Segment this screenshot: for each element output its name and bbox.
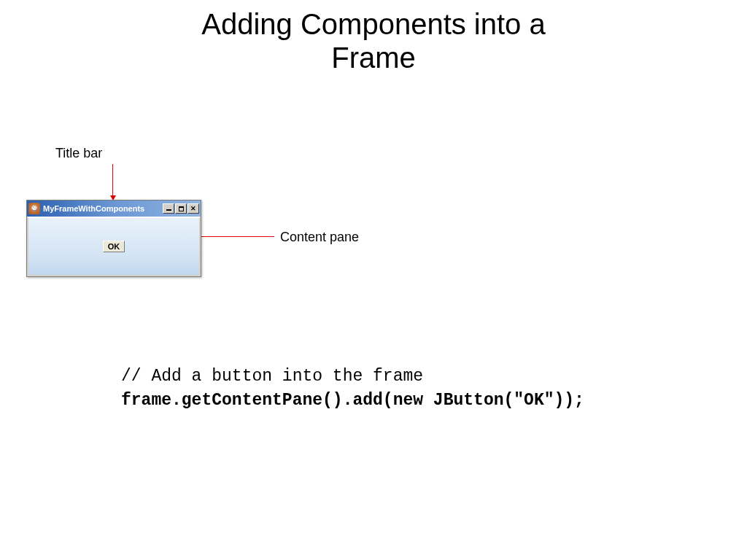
slide-title: Adding Components into a Frame	[0, 0, 747, 74]
code-line: frame.getContentPane().add(new JButton("…	[121, 389, 584, 413]
arrow-title-bar	[112, 164, 113, 196]
java-icon: ♨	[28, 203, 40, 214]
minimize-button[interactable]	[163, 203, 174, 214]
window-title: MyFrameWithComponents	[43, 204, 160, 213]
java-window: ♨ MyFrameWithComponents ✕ OK	[26, 200, 201, 277]
java-icon-glyph: ♨	[31, 205, 38, 212]
close-icon: ✕	[190, 206, 196, 212]
content-pane: OK	[27, 217, 201, 276]
title-line-1: Adding Components into a	[201, 8, 545, 40]
close-button[interactable]: ✕	[187, 203, 199, 214]
label-content-pane: Content pane	[280, 230, 359, 245]
code-block: // Add a button into the frame frame.get…	[121, 365, 584, 413]
code-comment: // Add a button into the frame	[121, 365, 584, 389]
maximize-button[interactable]	[175, 203, 187, 214]
label-title-bar: Title bar	[55, 146, 102, 161]
ok-button[interactable]: OK	[103, 241, 125, 252]
window-controls: ✕	[163, 203, 199, 214]
title-line-2: Frame	[331, 42, 416, 74]
window-title-bar[interactable]: ♨ MyFrameWithComponents ✕	[27, 201, 201, 217]
